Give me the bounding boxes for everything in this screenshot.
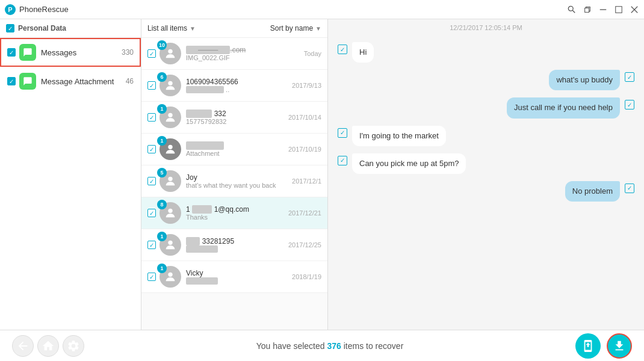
list-item[interactable]: 1 Attachment 2017/10/19 xyxy=(141,134,327,165)
svg-rect-4 xyxy=(616,6,622,13)
svg-point-13 xyxy=(168,241,172,245)
contact-info: 1069094365566 .. xyxy=(186,78,292,93)
message-checkbox[interactable] xyxy=(338,156,347,165)
attachment-count: 46 xyxy=(126,77,134,85)
contact-avatar-wrap: 6 xyxy=(159,75,181,96)
contact-name: 1069094365566 xyxy=(186,78,292,86)
titlebar-left: P PhoneRescue xyxy=(5,4,69,15)
search-button[interactable] xyxy=(567,5,577,14)
contact-checkbox[interactable] xyxy=(147,113,156,122)
contact-badge: 10 xyxy=(157,40,167,50)
contact-sub xyxy=(186,277,292,285)
status-prefix: You have selected xyxy=(256,341,327,351)
filter-dropdown[interactable]: List all items ▼ xyxy=(147,24,196,32)
messages-icon xyxy=(19,44,36,61)
contact-name: 1 1@qq.com xyxy=(186,205,288,214)
message-row: what's up buddy xyxy=(338,70,634,90)
back-button[interactable] xyxy=(12,335,34,357)
message-checkbox[interactable] xyxy=(625,184,634,193)
contact-sub: IMG_0022.GIF xyxy=(186,54,304,61)
attachment-icon xyxy=(19,73,36,90)
contact-checkbox[interactable] xyxy=(147,49,156,58)
contact-checkbox[interactable] xyxy=(147,273,156,281)
contact-sub xyxy=(186,245,288,253)
filter-label: List all items xyxy=(147,24,187,32)
attachment-checkbox[interactable] xyxy=(7,77,16,85)
contact-info: Attachment xyxy=(186,141,288,157)
contact-name xyxy=(186,141,288,150)
svg-point-14 xyxy=(168,273,172,277)
svg-point-8 xyxy=(168,81,172,85)
contact-badge: 1 xyxy=(157,264,167,273)
contact-info: Joy that's what they want you back xyxy=(186,173,292,189)
restore-button[interactable] xyxy=(583,5,592,14)
contact-checkbox[interactable] xyxy=(147,177,156,185)
message-row: Can you pick me up at 5pm? xyxy=(338,153,634,174)
chat-timestamp: 12/21/2017 12:05:14 PM xyxy=(328,19,644,36)
filter-arrow-icon: ▼ xyxy=(190,25,196,32)
contact-checkbox[interactable] xyxy=(147,241,156,249)
message-row: Hi xyxy=(338,42,634,63)
svg-point-0 xyxy=(568,6,573,11)
contact-checkbox[interactable] xyxy=(147,81,156,90)
list-item[interactable]: 10 .com IMG_0022.GIF Today xyxy=(141,38,327,70)
contact-list: 10 .com IMG_0022.GIF Today 6 xyxy=(141,38,327,330)
message-checkbox[interactable] xyxy=(625,100,634,110)
message-row: I'm going to the market xyxy=(338,126,634,146)
list-item[interactable]: 1 33281295 2017/12/25 xyxy=(141,229,327,261)
sort-dropdown[interactable]: Sort by name ▼ xyxy=(270,24,321,32)
message-checkbox[interactable] xyxy=(338,45,347,54)
sidebar: Personal Data Messages 330 Message Attac… xyxy=(0,19,141,330)
transfer-button[interactable] xyxy=(575,333,601,359)
svg-point-9 xyxy=(168,113,172,117)
message-bubble: what's up buddy xyxy=(549,70,620,90)
minimize-button[interactable] xyxy=(598,5,608,14)
svg-rect-2 xyxy=(585,8,589,12)
list-item[interactable]: 6 1069094365566 .. 2017/9/13 xyxy=(141,70,327,102)
titlebar-controls xyxy=(567,5,639,14)
contact-checkbox[interactable] xyxy=(147,145,156,153)
contact-sub: Thanks xyxy=(186,214,288,221)
messages-count: 330 xyxy=(122,48,134,57)
contact-date: 2017/12/25 xyxy=(288,241,321,248)
contact-list-panel: List all items ▼ Sort by name ▼ 10 xyxy=(141,19,328,330)
chat-messages: Hi what's up buddy Just call me if you n… xyxy=(328,36,644,330)
maximize-button[interactable] xyxy=(614,5,624,14)
contact-name: 332 xyxy=(186,110,288,118)
svg-point-12 xyxy=(168,209,172,213)
contact-info: 33281295 xyxy=(186,237,288,253)
svg-point-11 xyxy=(168,177,172,181)
sidebar-item-attachment[interactable]: Message Attachment 46 xyxy=(0,67,141,96)
personal-data-checkbox[interactable] xyxy=(6,24,14,32)
contact-sub: 15775792832 xyxy=(186,118,288,125)
list-item[interactable]: 1 332 15775792832 2017/10/14 xyxy=(141,102,327,134)
contact-date: Today xyxy=(304,50,321,57)
main-layout: Personal Data Messages 330 Message Attac… xyxy=(0,19,644,330)
message-checkbox[interactable] xyxy=(625,72,634,82)
list-item[interactable]: 8 1 1@qq.com Thanks 2017/12/21 xyxy=(141,197,327,229)
contact-sub: that's what they want you back xyxy=(186,182,292,189)
contact-badge: 1 xyxy=(157,136,167,146)
message-row: No problem xyxy=(338,181,634,202)
settings-button[interactable] xyxy=(63,335,84,357)
contact-info: 332 15775792832 xyxy=(186,110,288,125)
close-button[interactable] xyxy=(630,5,639,14)
contact-name: 33281295 xyxy=(186,237,288,245)
contact-checkbox[interactable] xyxy=(147,209,156,217)
contact-badge: 5 xyxy=(157,168,167,177)
list-item[interactable]: 5 Joy that's what they want you back 201… xyxy=(141,165,327,197)
messages-checkbox[interactable] xyxy=(7,48,16,57)
contact-date: 2017/10/19 xyxy=(288,146,321,153)
message-checkbox[interactable] xyxy=(338,128,347,138)
list-item[interactable]: 1 Vicky 2018/1/19 xyxy=(141,261,327,293)
contact-avatar-wrap: 1 xyxy=(159,234,181,256)
app-title: PhoneRescue xyxy=(19,5,69,14)
contact-avatar-wrap: 8 xyxy=(159,202,181,224)
recover-button[interactable] xyxy=(607,333,632,359)
home-button[interactable] xyxy=(37,335,59,357)
sidebar-item-messages[interactable]: Messages 330 xyxy=(0,38,141,67)
svg-point-7 xyxy=(168,49,172,54)
contact-info: .com IMG_0022.GIF xyxy=(186,46,304,61)
message-bubble: Just call me if you need help xyxy=(507,97,620,118)
list-header: List all items ▼ Sort by name ▼ xyxy=(141,19,327,38)
